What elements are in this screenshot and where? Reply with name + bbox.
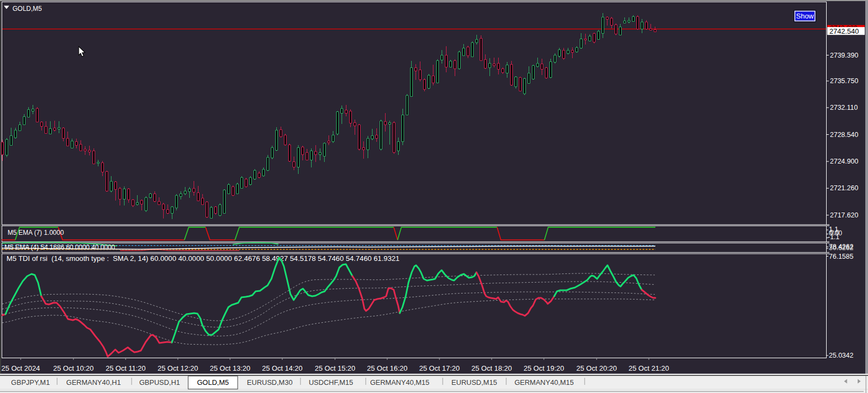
svg-text:GERMANY40,M15: GERMANY40,M15 — [514, 378, 574, 386]
svg-text:GOLD,M5: GOLD,M5 — [197, 378, 229, 386]
svg-text:25 Oct 10:20: 25 Oct 10:20 — [53, 364, 94, 372]
svg-text:25 Oct 11:20: 25 Oct 11:20 — [106, 364, 145, 372]
svg-text:2739.390: 2739.390 — [830, 52, 858, 59]
svg-text:Show: Show — [796, 12, 814, 20]
svg-text:25 Oct 2024: 25 Oct 2024 — [2, 364, 40, 372]
svg-text:GOLD,M5: GOLD,M5 — [13, 5, 42, 13]
svg-text:2742.540: 2742.540 — [829, 27, 859, 35]
svg-text:76.1585: 76.1585 — [829, 253, 853, 260]
svg-text:M5 EMA (4) 54.1686 60.0000 40.: M5 EMA (4) 54.1686 60.0000 40.0000 — [4, 244, 115, 251]
svg-text:2728.540: 2728.540 — [830, 131, 858, 139]
svg-text:GERMANY40,M15: GERMANY40,M15 — [370, 378, 429, 386]
svg-text:25 Oct 19:20: 25 Oct 19:20 — [524, 364, 564, 372]
svg-text:25 Oct 15:20: 25 Oct 15:20 — [315, 364, 355, 372]
svg-text:2724.900: 2724.900 — [830, 158, 858, 165]
svg-text:25 Oct 17:20: 25 Oct 17:20 — [419, 364, 460, 372]
svg-text:25 Oct 12:20: 25 Oct 12:20 — [158, 364, 198, 372]
svg-text:25 Oct 13:20: 25 Oct 13:20 — [210, 364, 250, 372]
svg-text:2717.620: 2717.620 — [830, 211, 858, 219]
svg-text:25 Oct 18:20: 25 Oct 18:20 — [472, 364, 512, 372]
svg-text:-1.1: -1.1 — [828, 233, 840, 241]
svg-text:2721.260: 2721.260 — [830, 184, 858, 192]
svg-text:25.0342: 25.0342 — [829, 352, 853, 359]
svg-text:30.6262: 30.6262 — [829, 244, 853, 252]
svg-text:M5 EMA (7) 1.0000: M5 EMA (7) 1.0000 — [8, 229, 64, 236]
svg-text:GBPUSD,H1: GBPUSD,H1 — [139, 378, 180, 386]
svg-text:2732.110: 2732.110 — [830, 104, 858, 111]
svg-text:GBPJPY,M1: GBPJPY,M1 — [11, 378, 49, 386]
svg-text:25 Oct 14:20: 25 Oct 14:20 — [262, 364, 302, 372]
svg-text:2735.750: 2735.750 — [830, 77, 858, 85]
svg-text:M5 TDI of rsi (14, smooth typ: M5 TDI of rsi (14, smooth type : SMA 2, … — [7, 254, 400, 263]
svg-text:25 Oct 20:20: 25 Oct 20:20 — [576, 364, 617, 372]
svg-text:EURUSD,M15: EURUSD,M15 — [451, 378, 497, 386]
svg-text:EURUSD,M30: EURUSD,M30 — [247, 378, 293, 386]
svg-text:25 Oct 16:20: 25 Oct 16:20 — [367, 364, 407, 372]
svg-text:USDCHF,M15: USDCHF,M15 — [309, 378, 354, 386]
svg-text:GERMANY40,H1: GERMANY40,H1 — [66, 378, 121, 386]
svg-text:25 Oct 21:20: 25 Oct 21:20 — [629, 364, 669, 372]
